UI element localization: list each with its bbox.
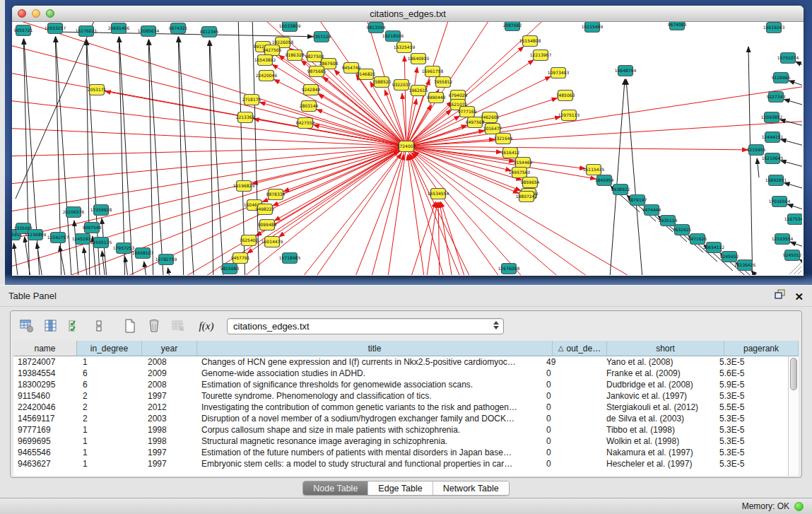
table-cell[interactable]: 0 [542, 390, 596, 402]
table-cell[interactable]: 0 [542, 436, 596, 447]
table-cell[interactable]: Yano et al. (2008) [596, 356, 714, 368]
column-header-in-degree[interactable]: in_degree [77, 341, 142, 356]
table-row[interactable]: 969969511998Structural magnetic resonanc… [13, 436, 788, 447]
table-cell[interactable]: Franke et al. (2009) [596, 368, 714, 379]
memory-status-icon[interactable] [794, 502, 804, 511]
table-cell[interactable]: 0 [542, 402, 596, 413]
table-cell[interactable]: Embryonic stem cells: a model to study s… [197, 458, 542, 469]
table-row[interactable]: 911546021997Tourette syndrome. Phenomeno… [13, 390, 788, 402]
column-header-out-de-[interactable]: △out_de… [553, 341, 607, 356]
table-cell[interactable]: 5.3E-5 [714, 458, 788, 469]
column-header-short[interactable]: short [607, 341, 724, 356]
table-cell[interactable]: 9115460 [13, 390, 77, 402]
table-cell[interactable]: 6 [77, 379, 142, 390]
table-row[interactable]: 977716911998Corpus callosum shape and si… [13, 424, 788, 436]
table-cell[interactable]: 2008 [142, 379, 197, 390]
table-row[interactable]: 2242004622012Investigating the contribut… [13, 402, 788, 413]
table-cell[interactable]: 5.3E-5 [714, 413, 788, 424]
table-cell[interactable]: 1 [77, 424, 142, 436]
float-window-icon[interactable] [775, 286, 786, 307]
table-cell[interactable]: 5.5E-5 [714, 402, 788, 413]
delete-table-icon[interactable] [167, 317, 189, 335]
scrollbar-thumb[interactable] [790, 358, 797, 390]
table-cell[interactable]: Structural magnetic resonance image aver… [197, 436, 542, 447]
table-cell[interactable]: 1997 [142, 458, 197, 469]
table-cell[interactable]: 2009 [142, 368, 197, 379]
table-cell[interactable]: 2003 [142, 413, 197, 424]
table-cell[interactable]: 19384554 [13, 368, 77, 379]
column-header-title[interactable]: title [197, 341, 553, 356]
table-cell[interactable]: 14569117 [13, 413, 77, 424]
table-cell[interactable]: 2 [77, 413, 142, 424]
table-cell[interactable]: 5.3E-5 [714, 436, 788, 447]
select-columns-icon[interactable] [64, 317, 86, 335]
table-mode-icon[interactable] [16, 317, 37, 335]
table-row[interactable]: 1830029562008Estimation of significance … [13, 379, 788, 390]
table-cell[interactable]: 5.6E-5 [714, 368, 788, 379]
tab-network-table[interactable]: Network Table [433, 481, 509, 495]
table-selector-dropdown[interactable]: citations_edges.txt [227, 318, 504, 334]
table-cell[interactable]: 2 [77, 402, 142, 413]
table-cell[interactable]: 5.3E-5 [714, 356, 788, 368]
table-cell[interactable]: 2 [77, 390, 142, 402]
table-cell[interactable]: Estimation of significance thresholds fo… [197, 379, 542, 390]
table-cell[interactable]: 5.3E-5 [714, 424, 788, 436]
table-cell[interactable]: 18300295 [13, 379, 77, 390]
table-cell[interactable]: 5.9E-5 [714, 379, 788, 390]
table-cell[interactable]: Wolkin et al. (1998) [596, 436, 714, 447]
table-cell[interactable]: Tibbo et al. (1998) [596, 424, 714, 436]
table-row[interactable]: 946362711997Embryonic stem cells: a mode… [13, 458, 788, 469]
table-cell[interactable]: 0 [542, 447, 596, 458]
table-cell[interactable]: 2012 [142, 402, 197, 413]
tab-node-table[interactable]: Node Table [303, 481, 368, 495]
network-canvas[interactable]: 1724007905572110553257152760212069140612… [12, 22, 802, 275]
table-cell[interactable]: Genome-wide association studies in ADHD. [197, 368, 542, 379]
table-cell[interactable]: Changes of HCN gene expression and I(f) … [197, 356, 542, 368]
table-cell[interactable]: Dudbridge et al. (2008) [596, 379, 714, 390]
show-columns-icon[interactable] [40, 317, 61, 335]
table-row[interactable]: 946554611997Estimation of the future num… [13, 447, 788, 458]
table-cell[interactable]: 1 [77, 447, 142, 458]
table-cell[interactable]: 0 [542, 424, 596, 436]
function-builder-icon[interactable]: f(x) [196, 317, 217, 335]
table-cell[interactable]: 9465546 [13, 447, 77, 458]
table-cell[interactable]: 6 [77, 368, 142, 379]
network-window-titlebar[interactable]: citations_edges.txt [12, 6, 804, 22]
column-header-pagerank[interactable]: pagerank [724, 341, 799, 356]
table-cell[interactable]: 2008 [142, 356, 197, 368]
table-cell[interactable]: 1 [77, 436, 142, 447]
table-vertical-scrollbar[interactable] [788, 356, 799, 476]
table-cell[interactable]: Corpus callosum shape and size in male p… [197, 424, 542, 436]
panel-close-icon[interactable]: ✕ [794, 291, 804, 302]
table-cell[interactable]: 9777169 [13, 424, 77, 436]
table-cell[interactable]: Jankovic et al. (1997) [596, 390, 714, 402]
table-row[interactable]: 1872400712008Changes of HCN gene express… [13, 356, 788, 368]
table-cell[interactable]: Stergiakouli et al. (2012) [596, 402, 714, 413]
delete-column-icon[interactable] [143, 317, 165, 335]
column-header-name[interactable]: name [13, 341, 77, 356]
table-row[interactable]: 1938455462009Genome-wide association stu… [13, 368, 788, 379]
table-cell[interactable]: Nakamura et al. (1997) [596, 447, 714, 458]
table-cell[interactable]: Investigating the contribution of common… [197, 402, 542, 413]
table-cell[interactable]: 22420046 [13, 402, 77, 413]
table-cell[interactable]: de Silva et al. (2003) [596, 413, 714, 424]
table-cell[interactable]: 0 [542, 413, 596, 424]
table-cell[interactable]: 5.3E-5 [714, 447, 788, 458]
table-cell[interactable]: 0 [542, 368, 596, 379]
table-cell[interactable]: Estimation of the future numbers of pati… [197, 447, 542, 458]
create-column-icon[interactable] [119, 317, 141, 335]
table-cell[interactable]: 1997 [142, 447, 197, 458]
table-cell[interactable]: 1 [77, 458, 142, 469]
table-cell[interactable]: 49 [542, 356, 596, 368]
table-cell[interactable]: Hescheler et al. (1997) [596, 458, 714, 469]
table-cell[interactable]: 9699695 [13, 436, 77, 447]
table-row[interactable]: 1456911722003Disruption of a novel membe… [13, 413, 788, 424]
table-cell[interactable]: 1997 [142, 390, 197, 402]
table-cell[interactable]: 9463627 [13, 458, 77, 469]
row-height-icon[interactable] [88, 317, 110, 335]
table-cell[interactable]: 1 [77, 356, 142, 368]
table-cell[interactable]: 1998 [142, 436, 197, 447]
table-cell[interactable]: 1998 [142, 424, 197, 436]
tab-edge-table[interactable]: Edge Table [368, 481, 433, 495]
table-cell[interactable]: Disruption of a novel member of a sodium… [197, 413, 542, 424]
